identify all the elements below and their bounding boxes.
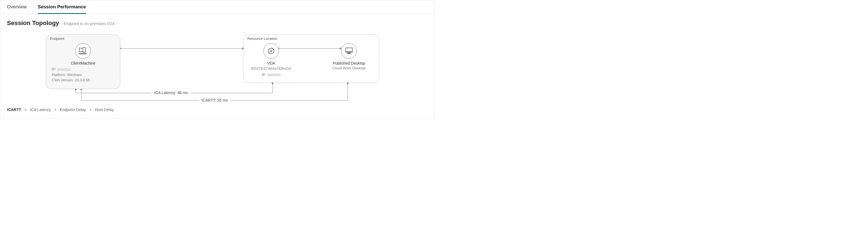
formula-lhs: ICARTT bbox=[7, 107, 21, 112]
desktop-name: Cloud Work Desktop bbox=[321, 66, 377, 70]
svg-point-18 bbox=[84, 51, 85, 52]
topology-diagram: Endpoint ClientMachine IP: bbox=[7, 32, 427, 105]
vda-hostname: RDXTEST\MASTERVDA bbox=[243, 66, 299, 72]
desktop-label: Published Desktop bbox=[321, 61, 377, 65]
svg-rect-25 bbox=[348, 52, 350, 53]
vda-node: VDA RDXTEST\MASTERVDA IP: bbox=[243, 43, 299, 77]
endpoint-cwa-label: CWA Version: bbox=[52, 78, 74, 82]
section-title: Session Topology bbox=[7, 20, 59, 27]
desktop-icon bbox=[341, 43, 357, 59]
formula-p2: Endpoint Delay bbox=[60, 107, 86, 112]
ica-latency-label: ICA Latency: 46 ms bbox=[151, 90, 191, 95]
formula-p1: ICA Latency bbox=[30, 107, 51, 112]
svg-point-20 bbox=[271, 50, 272, 52]
vda-ip-value bbox=[267, 74, 281, 76]
endpoint-platform-value: Windows bbox=[67, 73, 82, 77]
endpoint-ip-value bbox=[57, 68, 70, 71]
endpoint-icon bbox=[75, 43, 91, 59]
published-desktop-node: Published Desktop Cloud Work Desktop bbox=[321, 43, 377, 70]
tab-overview[interactable]: Overview bbox=[7, 0, 32, 13]
endpoint-ip-label: IP: bbox=[52, 67, 56, 71]
section-subtitle: Endpoint to on-premises VDA bbox=[64, 22, 115, 26]
endpoint-node: ClientMachine IP: Platform: Windows CWA … bbox=[46, 43, 120, 83]
resource-box-label: Resource Location bbox=[247, 36, 277, 40]
endpoint-platform-label: Platform: bbox=[52, 73, 66, 77]
endpoint-box-label: Endpoint bbox=[50, 36, 64, 40]
formula-eq: = bbox=[25, 107, 27, 112]
resource-box: Resource Location VDA RD bbox=[243, 34, 379, 83]
vda-label: VDA bbox=[243, 61, 299, 65]
icartt-label: ICARTT: 55 ms bbox=[199, 98, 230, 103]
vda-icon bbox=[264, 43, 279, 59]
tab-session-performance[interactable]: Session Performance bbox=[38, 0, 92, 13]
endpoint-cwa-value: 23.3.0.55 bbox=[75, 78, 90, 82]
icartt-formula: ICARTT = ICA Latency + Endpoint Delay + … bbox=[7, 107, 427, 112]
endpoint-box: Endpoint ClientMachine IP: bbox=[46, 34, 120, 89]
tabs: Overview Session Performance bbox=[0, 0, 434, 14]
vda-ip-label: IP: bbox=[262, 73, 266, 77]
endpoint-name: ClientMachine bbox=[46, 61, 120, 65]
formula-p3: Host Delay bbox=[95, 107, 114, 112]
